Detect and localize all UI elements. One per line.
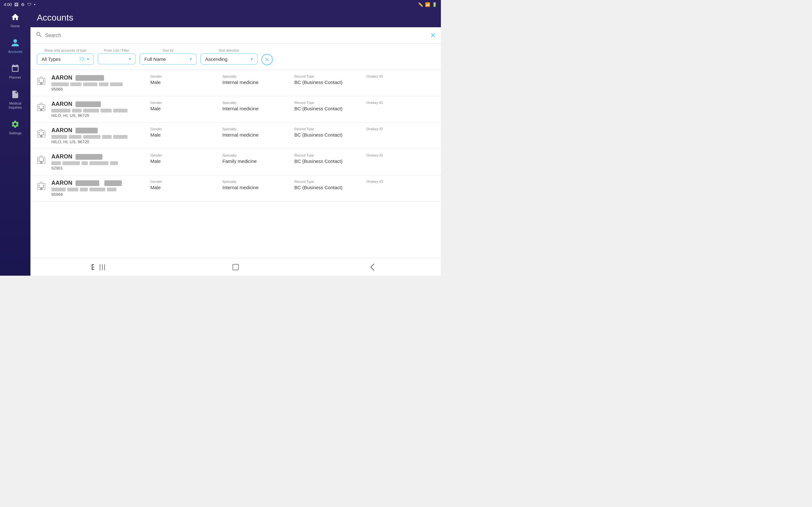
sort-by-chevron-icon: ▾ xyxy=(190,56,192,61)
svg-rect-8 xyxy=(38,106,40,107)
gender-field: Gender Male xyxy=(147,180,218,190)
menu-icon-text: ||| xyxy=(99,263,106,271)
gender-field: Gender Male xyxy=(147,101,218,111)
table-row[interactable]: AARON 95966 xyxy=(31,175,441,202)
list-filter-chevron-icon: ▾ xyxy=(129,56,131,61)
table-row[interactable]: AARON HILO, HI, US, 96720 xyxy=(31,123,441,149)
nav-back-button[interactable] xyxy=(363,260,382,274)
svg-rect-28 xyxy=(38,187,40,188)
account-address: HILO, HI, US, 96720 xyxy=(51,139,147,144)
svg-rect-13 xyxy=(40,135,43,137)
onekey-id-field: Onekey ID xyxy=(362,127,435,137)
list-filter-label: From List / Filter xyxy=(98,49,136,52)
account-name-section: AARON HILO, HI, US, 96720 xyxy=(51,101,147,118)
specialty-field: Specialty Internal medicine xyxy=(218,101,291,111)
status-bar: 4:00 🖼 ⚙ 🛡 • ✏️ 📶 🔋 xyxy=(0,0,441,9)
onekey-id-label: Onekey ID xyxy=(366,153,431,157)
gender-value: Male xyxy=(150,158,215,164)
record-type-label: Record Type xyxy=(294,74,359,78)
onekey-id-label: Onekey ID xyxy=(366,101,431,105)
sort-direction-select[interactable]: Ascending ▾ xyxy=(200,54,258,65)
sidebar-item-planner[interactable]: Planner xyxy=(0,59,31,84)
edit-icon: ✏️ xyxy=(418,2,423,7)
gender-value: Male xyxy=(150,106,215,111)
svg-rect-14 xyxy=(38,132,40,133)
svg-rect-20 xyxy=(38,158,40,160)
sidebar-item-settings[interactable]: Settings xyxy=(0,115,31,140)
sort-by-value: Full Name xyxy=(144,56,187,62)
nav-menu-button[interactable]: ||| xyxy=(90,260,108,274)
specialty-label: Specialty xyxy=(222,101,287,105)
dot-icon: • xyxy=(34,2,36,7)
svg-rect-27 xyxy=(43,185,44,186)
type-filter-chevron-icon: ▾ xyxy=(87,56,89,61)
onekey-id-field: Onekey ID xyxy=(362,74,435,85)
table-row[interactable]: AARON 62901 xyxy=(31,149,441,175)
svg-rect-26 xyxy=(38,185,40,186)
gender-label: Gender xyxy=(150,180,215,183)
svg-rect-4 xyxy=(38,81,40,83)
search-close-button[interactable]: ✕ xyxy=(430,32,436,40)
record-type-field: Record Type BC (Business Contact) xyxy=(291,153,362,164)
account-first-name: AARON xyxy=(51,180,72,186)
type-filter-count: 73 xyxy=(79,56,84,62)
sort-direction-value: Ascending xyxy=(205,56,248,62)
sidebar-item-home[interactable]: Home xyxy=(0,9,31,33)
filters-row: Show only accounts of type All Types 73 … xyxy=(31,44,441,70)
svg-rect-35 xyxy=(233,264,239,270)
account-address-blurred xyxy=(51,187,147,191)
account-address: HILO, HI, US, 96720 xyxy=(51,113,147,118)
record-type-value: BC (Business Contact) xyxy=(294,79,359,85)
planner-icon xyxy=(11,64,20,74)
account-fields: Gender Male Specialty Internal medicine … xyxy=(147,74,435,85)
svg-rect-21 xyxy=(43,158,44,160)
medical-inquiries-icon xyxy=(11,90,20,100)
battery-icon: 🔋 xyxy=(432,2,437,7)
account-last-name-blurred xyxy=(75,75,104,81)
filter-clear-button[interactable] xyxy=(261,54,273,65)
gender-value: Male xyxy=(150,185,215,190)
specialty-value: Internal medicine xyxy=(222,106,287,111)
account-name-section: AARON HILO, HI, US, 96720 xyxy=(51,127,147,144)
svg-rect-2 xyxy=(38,79,40,81)
onekey-id-label: Onekey ID xyxy=(366,74,431,78)
svg-rect-11 xyxy=(43,108,44,109)
type-filter-select[interactable]: All Types 73 ▾ xyxy=(37,54,94,65)
specialty-value: Internal medicine xyxy=(222,79,287,85)
account-name-section: AARON 62901 xyxy=(51,153,147,170)
account-fields: Gender Male Specialty Internal medicine … xyxy=(147,101,435,111)
sidebar-item-medical-inquiries[interactable]: MedicalInquiries xyxy=(0,85,31,115)
sort-by-select[interactable]: Full Name ▾ xyxy=(140,54,197,65)
specialty-field: Specialty Internal medicine xyxy=(218,180,291,190)
account-address-blurred xyxy=(51,161,147,165)
specialty-value: Internal medicine xyxy=(222,185,287,190)
table-row[interactable]: AARON HILO, HI, US, 96720 xyxy=(31,96,441,123)
sidebar-home-label: Home xyxy=(10,24,20,28)
specialty-value: Internal medicine xyxy=(222,132,287,137)
specialty-field: Specialty Internal medicine xyxy=(218,127,291,137)
account-building-icon xyxy=(36,154,47,165)
sort-direction-filter-group: Sort direction Ascending ▾ xyxy=(200,49,258,65)
bottom-navigation: ||| xyxy=(31,258,441,276)
sort-direction-chevron-icon: ▾ xyxy=(251,56,253,61)
svg-rect-31 xyxy=(93,267,94,268)
svg-rect-17 xyxy=(43,134,44,135)
sidebar-item-accounts[interactable]: Accounts xyxy=(0,33,31,59)
nav-home-button[interactable] xyxy=(226,260,245,274)
shield-icon: 🛡 xyxy=(27,2,32,7)
account-building-icon xyxy=(36,75,47,87)
onekey-id-field: Onekey ID xyxy=(362,153,435,164)
home-icon xyxy=(11,13,20,23)
gender-field: Gender Male xyxy=(147,153,218,164)
svg-rect-1 xyxy=(40,82,43,84)
table-row[interactable]: AARON 95966 xyxy=(31,70,441,96)
list-filter-group: From List / Filter ▾ xyxy=(98,49,136,64)
account-last-name-blurred xyxy=(75,101,101,107)
svg-rect-25 xyxy=(40,187,43,190)
record-type-label: Record Type xyxy=(294,153,359,157)
search-input[interactable] xyxy=(45,33,430,38)
svg-rect-10 xyxy=(38,108,40,109)
list-filter-select[interactable]: ▾ xyxy=(98,54,136,64)
sort-by-label: Sort by xyxy=(140,49,197,52)
record-type-label: Record Type xyxy=(294,127,359,131)
